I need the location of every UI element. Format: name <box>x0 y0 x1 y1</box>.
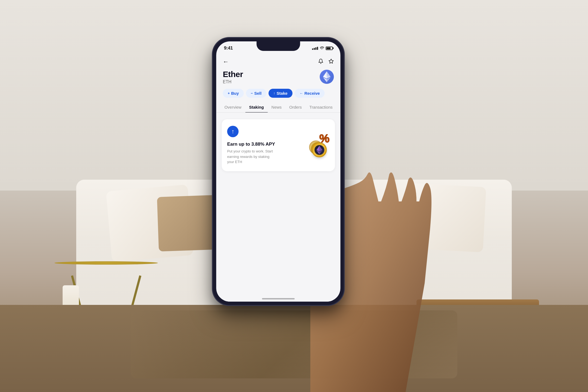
table-top <box>54 261 158 265</box>
stake-up-arrow-icon: ↑ <box>231 128 234 134</box>
receive-label: Receive <box>304 91 320 96</box>
staking-title: Earn up to 3.88% APY <box>227 142 302 147</box>
tab-orders[interactable]: Orders <box>286 102 306 113</box>
star-icon[interactable] <box>328 59 334 65</box>
sell-button[interactable]: − Sell <box>246 89 266 98</box>
receive-button[interactable]: ← Receive <box>295 89 325 98</box>
tab-transactions[interactable]: Transactions <box>305 102 336 113</box>
tab-overview[interactable]: Overview <box>220 102 245 113</box>
svg-marker-7 <box>316 146 319 151</box>
status-time: 9:41 <box>224 45 233 51</box>
eth-coin <box>312 142 327 157</box>
signal-bar-4 <box>317 47 318 50</box>
asset-name: Ether <box>223 70 243 79</box>
staking-illustration: % <box>302 133 329 157</box>
asset-header: Ether ETH <box>216 68 340 88</box>
sell-label: Sell <box>254 91 262 96</box>
staking-content: ↑ Earn up to 3.88% APY Put your crypto t… <box>216 113 340 178</box>
coin-eth-logo <box>316 146 322 154</box>
buy-label: Buy <box>231 91 239 96</box>
eth-logo <box>320 70 334 84</box>
signal-bar-3 <box>315 47 316 50</box>
status-icons <box>312 46 333 50</box>
coin-inner <box>314 145 324 155</box>
signal-bar-1 <box>312 48 313 50</box>
battery-icon <box>326 47 333 50</box>
stake-up-icon: ↑ <box>227 126 238 137</box>
top-nav: ← <box>216 55 340 68</box>
bell-icon[interactable] <box>318 59 323 65</box>
stake-button[interactable]: ↑ Stake <box>269 89 293 98</box>
tab-staking[interactable]: Staking <box>245 102 268 113</box>
asset-info: Ether ETH <box>223 70 243 84</box>
buy-button[interactable]: + Buy <box>223 89 244 98</box>
pillow-dark <box>157 195 219 252</box>
staking-card[interactable]: ↑ Earn up to 3.88% APY Put your crypto t… <box>222 119 335 171</box>
nav-icons <box>318 59 334 65</box>
stake-label: Stake <box>277 91 287 96</box>
staking-card-left: ↑ Earn up to 3.88% APY Put your crypto t… <box>227 126 302 165</box>
svg-marker-6 <box>319 146 322 151</box>
svg-marker-0 <box>329 59 333 63</box>
battery-fill <box>326 47 330 49</box>
home-indicator <box>262 298 295 299</box>
eth-diamond-svg <box>323 71 330 82</box>
receive-icon: ← <box>299 91 303 95</box>
buy-icon: + <box>228 91 230 95</box>
back-button[interactable]: ← <box>223 58 229 65</box>
staking-description: Put your crypto to work. Start earning r… <box>227 149 276 165</box>
tab-news[interactable]: News <box>268 102 286 113</box>
asset-symbol: ETH <box>223 79 243 84</box>
phone-screen: 9:41 <box>216 41 340 302</box>
stake-icon: ↑ <box>274 91 275 95</box>
phone-notch <box>256 41 300 51</box>
signal-bar-2 <box>314 48 315 50</box>
action-buttons: + Buy − Sell ↑ Stake ← Receive <box>216 88 340 102</box>
sell-icon: − <box>251 91 253 95</box>
app-content: ← Ether ETH <box>216 55 340 302</box>
phone-wrapper: 9:41 <box>213 38 344 305</box>
wifi-icon <box>320 46 324 50</box>
phone-body: 9:41 <box>213 38 344 305</box>
tabs: Overview Staking News Orders Transaction… <box>216 102 340 113</box>
signal-bars <box>312 47 318 50</box>
